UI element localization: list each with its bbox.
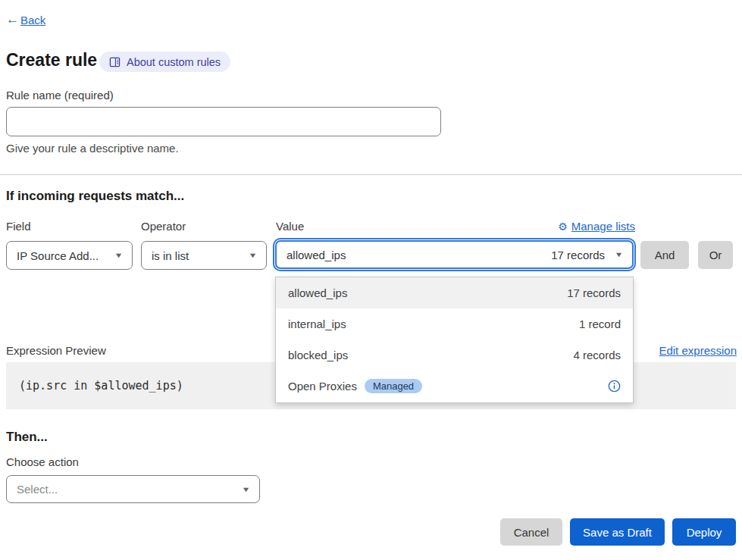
choose-action-label: Choose action — [6, 455, 79, 468]
operator-select[interactable]: is in list ▼ — [141, 241, 267, 270]
about-custom-rules-link[interactable]: About custom rules — [99, 52, 230, 72]
managed-badge: Managed — [365, 379, 422, 393]
list-item-name: internal_ips — [288, 318, 346, 330]
save-as-draft-button[interactable]: Save as Draft — [570, 518, 665, 546]
match-section-heading: If incoming requests match... — [6, 189, 184, 204]
then-section-heading: Then... — [6, 430, 48, 445]
list-item-records-count: 4 records — [573, 349, 621, 361]
and-button[interactable]: And — [640, 241, 689, 269]
value-select-value: allowed_ips — [286, 249, 346, 261]
field-select[interactable]: IP Source Add... ▼ — [6, 241, 133, 270]
page-title: Create rule — [6, 50, 97, 70]
info-icon[interactable] — [608, 380, 621, 393]
value-select[interactable]: allowed_ips 17 records ▼ — [275, 240, 634, 269]
action-select-placeholder: Select... — [17, 483, 58, 496]
rule-name-input[interactable] — [6, 107, 441, 136]
value-select-records-count: 17 records — [551, 249, 605, 261]
about-custom-rules-label: About custom rules — [127, 56, 221, 68]
field-select-value: IP Source Add... — [17, 249, 99, 262]
operator-label: Operator — [141, 220, 186, 233]
list-item-records-count: 1 record — [579, 318, 621, 330]
list-item-name: Open Proxies — [288, 380, 357, 393]
back-link-label: Back — [20, 14, 45, 27]
book-icon — [109, 57, 121, 67]
value-dropdown-panel: allowed_ips 17 records internal_ips 1 re… — [275, 277, 634, 403]
or-button[interactable]: Or — [698, 241, 733, 269]
expression-preview-label: Expression Preview — [6, 344, 106, 357]
chevron-down-icon: ▼ — [114, 252, 124, 259]
action-select[interactable]: Select... ▼ — [6, 475, 260, 503]
chevron-down-icon: ▼ — [615, 251, 624, 258]
list-item-name: blocked_ips — [288, 349, 348, 361]
back-link[interactable]: ←Back — [6, 12, 45, 27]
value-label: Value — [276, 220, 304, 233]
gear-icon: ⚙ — [558, 221, 568, 232]
manage-lists-link[interactable]: ⚙ Manage lists — [553, 220, 635, 233]
deploy-button[interactable]: Deploy — [672, 518, 736, 546]
back-arrow-icon: ← — [6, 12, 19, 27]
list-item-internal-ips[interactable]: internal_ips 1 record — [276, 308, 633, 339]
rule-name-label: Rule name (required) — [6, 89, 114, 102]
list-item-blocked-ips[interactable]: blocked_ips 4 records — [276, 339, 633, 371]
section-divider — [0, 174, 742, 175]
operator-select-value: is in list — [152, 249, 189, 262]
rule-name-helper-text: Give your rule a descriptive name. — [6, 142, 179, 155]
list-item-records-count: 17 records — [567, 286, 621, 299]
manage-lists-label: Manage lists — [571, 220, 635, 233]
list-item-allowed-ips[interactable]: allowed_ips 17 records — [276, 277, 633, 308]
chevron-down-icon: ▼ — [249, 252, 258, 259]
cancel-button[interactable]: Cancel — [500, 518, 562, 546]
edit-expression-link[interactable]: Edit expression — [659, 344, 737, 357]
chevron-down-icon: ▼ — [242, 486, 251, 493]
field-label: Field — [6, 220, 31, 233]
list-item-open-proxies[interactable]: Open Proxies Managed — [276, 371, 633, 402]
list-item-name: allowed_ips — [288, 286, 347, 299]
expression-code: (ip.src in $allowed_ips) — [19, 379, 183, 393]
